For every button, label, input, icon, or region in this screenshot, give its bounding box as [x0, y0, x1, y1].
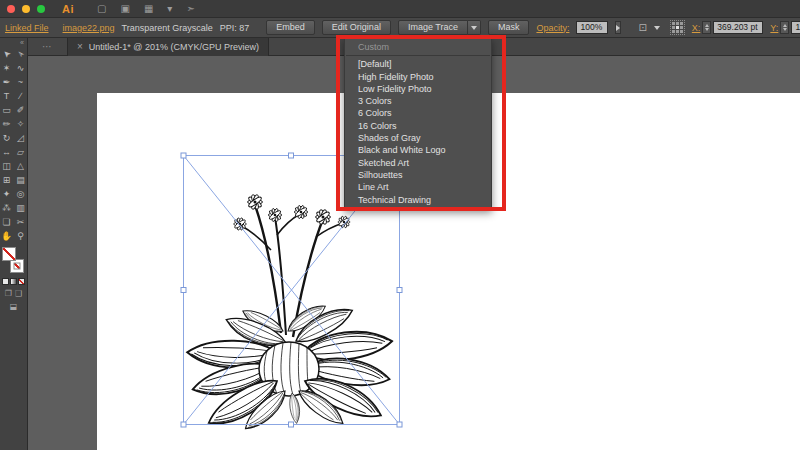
menu-item-line-art[interactable]: Line Art — [345, 181, 491, 193]
none-button[interactable] — [18, 278, 25, 285]
opacity-label[interactable]: Opacity: — [536, 23, 569, 33]
x-stepper[interactable] — [702, 21, 711, 34]
draw-behind-icon[interactable]: ❑ — [15, 289, 22, 298]
document-title: Untitled-1* @ 201% (CMYK/GPU Preview) — [89, 42, 259, 52]
y-label[interactable]: Y: — [770, 23, 778, 33]
paint-buttons — [0, 278, 27, 285]
opacity-input[interactable]: 100% — [576, 21, 608, 34]
mask-button[interactable]: Mask — [488, 20, 530, 35]
lasso-tool[interactable]: ∿ — [14, 61, 28, 75]
menu-item-6-colors[interactable]: 6 Colors — [345, 107, 491, 119]
y-input[interactable]: 170.562 pt — [791, 21, 800, 34]
document-grid-icon[interactable]: ▣ — [120, 4, 129, 14]
width-tool[interactable]: ↔ — [0, 145, 14, 159]
chevron-right-icon — [616, 25, 620, 31]
opacity-panel-button[interactable] — [615, 21, 621, 34]
embed-button[interactable]: Embed — [266, 20, 315, 35]
window-zoom-button[interactable] — [37, 5, 45, 13]
menu-item-custom: Custom — [345, 41, 491, 53]
shape-builder-tool[interactable]: ◫ — [0, 159, 14, 173]
paintbrush-tool[interactable]: ✐ — [14, 103, 28, 117]
window-minimize-button[interactable] — [22, 5, 30, 13]
menu-item-silhouettes[interactable]: Silhouettes — [345, 169, 491, 181]
screen-mode: ⬓ — [0, 302, 27, 311]
control-bar: Linked File image22.png Transparent Gray… — [0, 17, 800, 38]
gradient-tool[interactable]: ▤ — [14, 173, 28, 187]
image-trace-button[interactable]: Image Trace — [398, 20, 468, 35]
x-input[interactable]: 369.203 pt — [713, 21, 763, 34]
artboard-tool[interactable]: ❏ — [0, 215, 14, 229]
titlebar: Ai ▢▣▦▾➣ — [0, 0, 800, 17]
titlebar-icons: ▢▣▦▾➣ — [97, 4, 195, 14]
menu-item-technical-drawing[interactable]: Technical Drawing — [345, 194, 491, 206]
style-icon[interactable]: ⊡ — [638, 22, 646, 33]
free-transform-tool[interactable]: ▱ — [14, 145, 28, 159]
direct-selection-tool[interactable]: ➢ — [14, 47, 28, 61]
menu-item-shades-of-gray[interactable]: Shades of Gray — [345, 132, 491, 144]
filename-link[interactable]: image22.png — [63, 23, 115, 33]
pencil-tool[interactable]: ✏ — [0, 117, 14, 131]
menu-item-black-and-white-logo[interactable]: Black and White Logo — [345, 144, 491, 156]
shaper-tool[interactable]: ✧ — [14, 117, 28, 131]
arrange-documents-icon[interactable]: ▦ — [144, 4, 153, 14]
menu-separator — [346, 55, 490, 56]
curvature-tool[interactable]: ~ — [14, 75, 28, 89]
tools-grid: ➤➢✶∿✒~T∕▭✐✏✧↻◿↔▱◫△⊞▤✦◎⁂▥❏✂✋⚲ — [0, 47, 27, 243]
tools-panel: « ➤➢✶∿✒~T∕▭✐✏✧↻◿↔▱◫△⊞▤✦◎⁂▥❏✂✋⚲ ❐ ❑ ⬓ — [0, 38, 28, 450]
graph-tool[interactable]: ▥ — [14, 201, 28, 215]
menu-item-high-fidelity-photo[interactable]: High Fidelity Photo — [345, 71, 491, 83]
style-caret-icon[interactable] — [654, 26, 660, 30]
pen-tool[interactable]: ✒ — [0, 75, 14, 89]
menu-item-16-colors[interactable]: 16 Colors — [345, 120, 491, 132]
bridge-icon[interactable]: ▢ — [97, 4, 106, 14]
edit-original-button[interactable]: Edit Original — [322, 20, 391, 35]
x-label[interactable]: X: — [692, 23, 701, 33]
selection-tool[interactable]: ➤ — [0, 47, 14, 61]
color-button[interactable] — [2, 278, 9, 285]
toolbar-grip-dots: ⋯ — [42, 41, 53, 52]
perspective-grid-tool[interactable]: △ — [14, 159, 28, 173]
menu-item-default[interactable]: [Default] — [345, 58, 491, 70]
hosta-line-art[interactable] — [186, 194, 393, 434]
linked-file-link[interactable]: Linked File — [5, 23, 49, 33]
draw-normal-icon[interactable]: ❐ — [5, 289, 12, 298]
color-mode-label: Transparent Grayscale — [122, 23, 213, 33]
magic-wand-tool[interactable]: ✶ — [0, 61, 14, 75]
tab-close-icon[interactable]: × — [77, 41, 83, 52]
menu-item-3-colors[interactable]: 3 Colors — [345, 95, 491, 107]
stroke-swatch-none[interactable] — [10, 259, 24, 273]
slice-tool[interactable]: ✂ — [14, 215, 28, 229]
scale-tool[interactable]: ◿ — [14, 131, 28, 145]
chevron-down-icon — [471, 26, 477, 30]
type-tool[interactable]: T — [0, 89, 14, 103]
screen-mode-icon[interactable]: ⬓ — [10, 302, 18, 311]
share-icon[interactable]: ➣ — [186, 4, 194, 14]
zoom-tool[interactable]: ⚲ — [14, 229, 28, 243]
rectangle-tool[interactable]: ▭ — [0, 103, 14, 117]
window-close-button[interactable] — [7, 5, 15, 13]
symbol-sprayer-tool[interactable]: ⁂ — [0, 201, 14, 215]
illustrator-logo: Ai — [62, 3, 74, 15]
y-stepper[interactable] — [780, 21, 789, 34]
eyedropper-tool[interactable]: ✦ — [0, 187, 14, 201]
menu-item-low-fidelity-photo[interactable]: Low Fidelity Photo — [345, 83, 491, 95]
arrange-documents-caret-icon[interactable]: ▾ — [167, 4, 172, 14]
reference-point-locator[interactable] — [670, 20, 685, 35]
line-segment-tool[interactable]: ∕ — [14, 89, 28, 103]
hand-tool[interactable]: ✋ — [0, 229, 14, 243]
blend-tool[interactable]: ◎ — [14, 187, 28, 201]
image-trace-preset-menu: Custom[Default]High Fidelity PhotoLow Fi… — [344, 38, 492, 210]
mesh-tool[interactable]: ⊞ — [0, 173, 14, 187]
toolbar-collapse-icon[interactable]: « — [0, 38, 27, 47]
ppi-label: PPI: 87 — [220, 23, 250, 33]
document-tab[interactable]: × Untitled-1* @ 201% (CMYK/GPU Preview) — [67, 38, 269, 56]
gradient-button[interactable] — [10, 278, 17, 285]
drawing-modes: ❐ ❑ — [0, 289, 27, 298]
image-trace-preset-caret[interactable] — [468, 20, 481, 35]
fill-swatch-none[interactable] — [2, 247, 16, 261]
fill-stroke-swatches — [0, 246, 27, 276]
rotate-tool[interactable]: ↻ — [0, 131, 14, 145]
menu-item-sketched-art[interactable]: Sketched Art — [345, 157, 491, 169]
